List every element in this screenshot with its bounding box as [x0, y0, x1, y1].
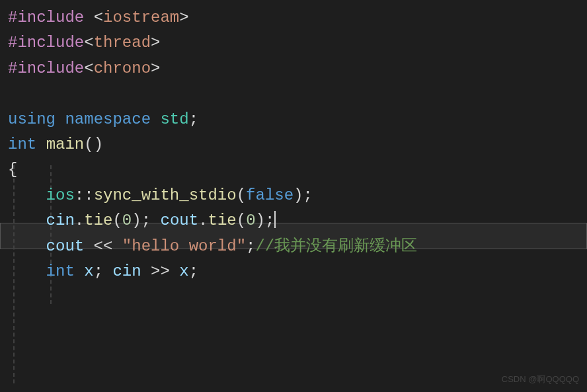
function-sync: sync_with_stdio — [94, 186, 237, 204]
code-line-2[interactable]: #include<thread> — [8, 30, 579, 56]
semicolon: ; — [141, 212, 151, 229]
angle-open: < — [84, 34, 93, 52]
line-comment: //我并没有刷新缓冲区 — [255, 237, 417, 255]
semicolon: ; — [94, 262, 103, 280]
var-x: x — [179, 262, 188, 280]
angle-open: < — [94, 9, 103, 26]
namespace-ios: ios — [46, 186, 75, 204]
code-line-1[interactable]: #include <iostream> — [8, 5, 579, 30]
code-line-10[interactable]: cout << "hello world";//我并没有刷新缓冲区 — [8, 234, 579, 259]
header-name: iostream — [103, 9, 179, 26]
dot: . — [75, 212, 84, 229]
semicolon: ; — [303, 186, 313, 204]
code-line-9[interactable]: cin.tie(0); cout.tie(0); — [8, 208, 579, 233]
string-literal: "hello world" — [122, 237, 246, 255]
scope-op: :: — [75, 186, 94, 204]
number-zero: 0 — [246, 212, 255, 229]
constant-false: false — [246, 186, 294, 204]
function-tie: tie — [84, 212, 112, 229]
paren-close: ) — [294, 186, 303, 204]
var-cout: cout — [160, 212, 198, 229]
header-name: thread — [94, 34, 151, 52]
preprocessor-directive: #include — [8, 59, 84, 77]
watermark: CSDN @啊QQQQQ — [502, 373, 579, 387]
function-main: main — [46, 136, 85, 153]
text-cursor — [274, 211, 276, 228]
function-tie: tie — [208, 212, 237, 229]
stream-op: << — [84, 237, 122, 255]
code-line-8[interactable]: ios::sync_with_stdio(false); — [8, 183, 579, 208]
keyword-using: using — [8, 110, 56, 128]
keyword-namespace: namespace — [65, 110, 151, 128]
code-line-4[interactable] — [8, 81, 579, 106]
var-cout: cout — [46, 237, 85, 255]
preprocessor-directive: #include — [8, 9, 84, 26]
namespace-std: std — [160, 110, 188, 128]
paren-open: ( — [112, 212, 122, 229]
semicolon: ; — [189, 262, 198, 280]
var-cin: cin — [112, 262, 141, 280]
var-x: x — [84, 262, 93, 280]
code-line-3[interactable]: #include<chrono> — [8, 56, 579, 81]
paren-close: ) — [256, 212, 265, 229]
parens: () — [84, 136, 103, 153]
header-name: chrono — [94, 59, 151, 77]
paren-open: ( — [237, 186, 246, 204]
angle-close: > — [179, 9, 188, 26]
number-zero: 0 — [122, 212, 132, 229]
type-int: int — [8, 136, 36, 153]
code-line-7[interactable]: { — [8, 157, 579, 182]
dot: . — [198, 212, 208, 229]
code-line-6[interactable]: int main() — [8, 132, 579, 157]
type-int: int — [46, 262, 75, 280]
angle-close: > — [151, 59, 160, 77]
paren-close: ) — [132, 212, 141, 229]
code-line-11[interactable]: int x; cin >> x; — [8, 259, 579, 284]
code-line-5[interactable]: using namespace std; — [8, 107, 579, 132]
stream-op: >> — [141, 262, 180, 280]
semicolon: ; — [246, 237, 255, 255]
code-editor[interactable]: #include <iostream> #include<thread> #in… — [8, 5, 579, 284]
preprocessor-directive: #include — [8, 34, 84, 52]
angle-open: < — [84, 59, 93, 77]
semicolon: ; — [189, 110, 198, 128]
var-cin: cin — [46, 212, 75, 229]
paren-open: ( — [237, 212, 246, 229]
angle-close: > — [151, 34, 160, 52]
semicolon: ; — [265, 212, 274, 229]
open-brace: { — [8, 161, 17, 178]
